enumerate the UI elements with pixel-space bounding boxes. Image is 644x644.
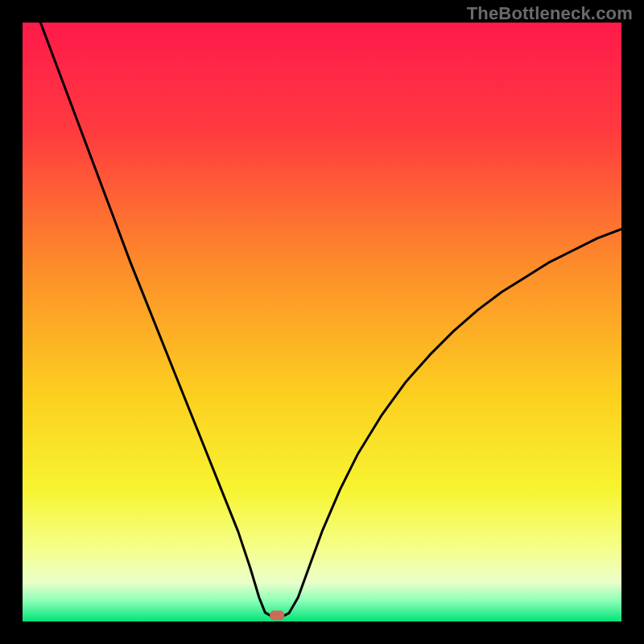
watermark-label: TheBottleneck.com xyxy=(467,3,633,24)
plot-area xyxy=(23,23,621,621)
optimal-marker xyxy=(270,611,284,621)
bottleneck-chart xyxy=(0,0,644,644)
chart-container: TheBottleneck.com xyxy=(0,0,644,644)
